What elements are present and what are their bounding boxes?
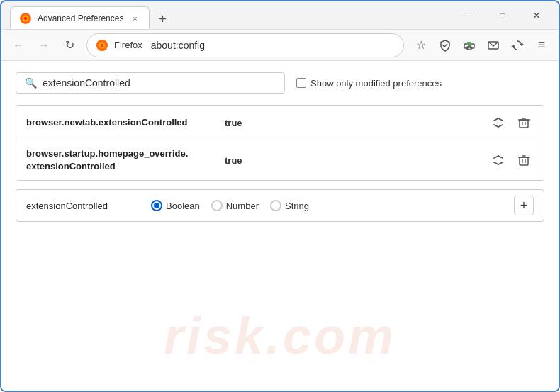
window-controls: — □ ✕ — [452, 4, 559, 27]
radio-number[interactable]: Number — [211, 200, 259, 211]
row-actions — [488, 113, 534, 133]
tab-area: Advanced Preferences × + — [10, 1, 452, 29]
show-modified-label[interactable]: Show only modified preferences — [296, 78, 442, 89]
search-icon: 🔍 — [25, 77, 37, 89]
firefox-logo-icon — [96, 39, 108, 52]
radio-circle-number — [211, 200, 223, 211]
radio-number-label: Number — [226, 201, 259, 211]
main-wrapper: risk.com 🔍 Show only modified preference… — [1, 61, 559, 392]
add-preference-button[interactable]: + — [514, 196, 534, 215]
search-input[interactable] — [43, 77, 276, 89]
delete-button[interactable] — [514, 150, 534, 170]
menu-icon[interactable]: ≡ — [530, 34, 553, 57]
email-icon[interactable] — [482, 34, 505, 57]
svg-rect-11 — [520, 120, 528, 128]
firefox-label: Firefox — [114, 40, 142, 50]
extension-icon[interactable] — [458, 34, 481, 57]
toolbar-icons: ☆ — [410, 34, 553, 57]
delete-button[interactable] — [514, 113, 534, 133]
reload-button[interactable]: ↻ — [58, 34, 81, 57]
shield-icon[interactable] — [434, 34, 457, 57]
show-modified-text: Show only modified preferences — [310, 78, 442, 89]
add-pref-name: extensionControlled — [26, 201, 140, 211]
tab-title: Advanced Preferences — [38, 13, 123, 23]
table-row: browser.startup.homepage_override.extens… — [16, 140, 544, 180]
tab-close-button[interactable]: × — [129, 13, 140, 24]
row-actions — [488, 150, 534, 170]
show-modified-checkbox[interactable] — [296, 78, 306, 88]
title-bar: Advanced Preferences × + — □ ✕ — [1, 1, 559, 30]
synced-tabs-icon[interactable] — [506, 34, 529, 57]
search-bar: 🔍 Show only modified preferences — [16, 72, 544, 94]
svg-point-5 — [101, 43, 104, 47]
close-button[interactable]: ✕ — [520, 4, 553, 27]
minimize-button[interactable]: — — [452, 4, 485, 27]
maximize-button[interactable]: □ — [486, 4, 519, 27]
radio-boolean[interactable]: Boolean — [151, 200, 200, 211]
tab-favicon-icon — [19, 12, 32, 25]
svg-point-2 — [24, 16, 28, 20]
pref-value: true — [225, 118, 488, 128]
table-row: browser.newtab.extensionControlled true — [16, 106, 544, 140]
svg-rect-16 — [520, 157, 528, 165]
radio-circle-string — [270, 200, 281, 211]
pref-name: browser.newtab.extensionControlled — [26, 116, 225, 129]
radio-boolean-label: Boolean — [166, 201, 200, 211]
radio-string[interactable]: String — [270, 200, 309, 211]
main-content: 🔍 Show only modified preferences browser… — [1, 61, 559, 392]
address-input[interactable] — [151, 40, 395, 51]
browser-toolbar: ← → ↻ Firefox ☆ — [1, 30, 559, 61]
toggle-button[interactable] — [488, 113, 508, 133]
back-button[interactable]: ← — [7, 34, 30, 57]
new-tab-button[interactable]: + — [152, 9, 172, 29]
add-preference-row: extensionControlled Boolean Number Strin… — [16, 189, 544, 222]
active-tab[interactable]: Advanced Preferences × — [10, 6, 150, 29]
type-radio-group: Boolean Number String — [151, 200, 503, 211]
pref-name: browser.startup.homepage_override.extens… — [26, 147, 225, 173]
svg-rect-8 — [467, 42, 471, 45]
radio-string-label: String — [285, 201, 309, 211]
results-table: browser.newtab.extensionControlled true — [16, 105, 544, 181]
search-input-wrap: 🔍 — [16, 72, 285, 94]
bookmark-icon[interactable]: ☆ — [410, 34, 432, 57]
pref-value: true — [225, 155, 488, 166]
forward-button[interactable]: → — [33, 34, 55, 57]
toggle-button[interactable] — [488, 150, 508, 170]
radio-circle-boolean — [151, 200, 162, 211]
address-bar[interactable]: Firefox — [86, 33, 404, 57]
